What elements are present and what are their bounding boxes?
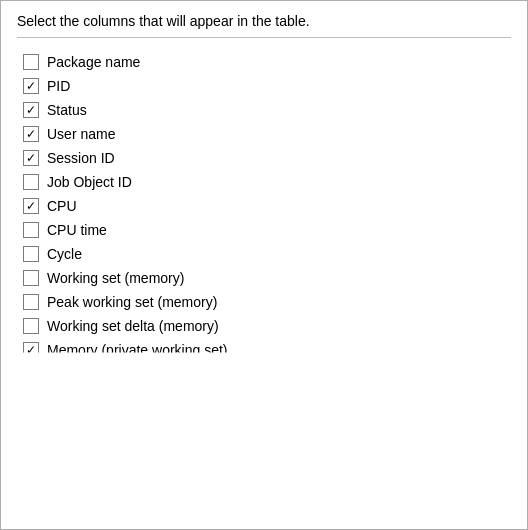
checkbox-label: CPU time <box>47 222 107 238</box>
checkmark-icon: ✓ <box>26 200 36 212</box>
checkbox-item[interactable]: Cycle <box>17 242 511 266</box>
checkbox-label: Memory (private working set) <box>47 342 228 358</box>
checkbox-box[interactable] <box>23 54 39 70</box>
checkbox-item[interactable]: ✓Session ID <box>17 146 511 170</box>
checkbox-box[interactable] <box>23 174 39 190</box>
checkbox-box[interactable] <box>23 318 39 334</box>
checkbox-label: Job Object ID <box>47 174 132 190</box>
checkmark-icon: ✓ <box>26 104 36 116</box>
checkbox-item[interactable]: ✓Memory (private working set) <box>17 338 511 362</box>
checkbox-box[interactable] <box>23 270 39 286</box>
checkbox-item[interactable]: Working set (memory) <box>17 266 511 290</box>
checkbox-label: Working set delta (memory) <box>47 318 219 334</box>
checkbox-list: Package name✓PID✓Status✓User name✓Sessio… <box>17 50 511 362</box>
checkbox-item[interactable]: Job Object ID <box>17 170 511 194</box>
checkbox-label: Cycle <box>47 246 82 262</box>
checkbox-box[interactable]: ✓ <box>23 342 39 358</box>
checkbox-box[interactable]: ✓ <box>23 78 39 94</box>
checkmark-icon: ✓ <box>26 128 36 140</box>
checkbox-item[interactable]: ✓CPU <box>17 194 511 218</box>
checkbox-item[interactable]: ✓Status <box>17 98 511 122</box>
checkbox-label: Package name <box>47 54 140 70</box>
checkbox-box[interactable]: ✓ <box>23 150 39 166</box>
checkbox-box[interactable] <box>23 246 39 262</box>
checkbox-label: Session ID <box>47 150 115 166</box>
checkbox-item[interactable]: Package name <box>17 50 511 74</box>
checkmark-icon: ✓ <box>26 80 36 92</box>
checkbox-box[interactable] <box>23 294 39 310</box>
checkbox-box[interactable]: ✓ <box>23 126 39 142</box>
checkmark-icon: ✓ <box>26 152 36 164</box>
checkbox-item[interactable]: CPU time <box>17 218 511 242</box>
checkbox-label: Working set (memory) <box>47 270 184 286</box>
checkbox-label: CPU <box>47 198 77 214</box>
checkmark-icon: ✓ <box>26 344 36 356</box>
column-selector-dialog: Select the columns that will appear in t… <box>0 0 528 530</box>
checkbox-box[interactable] <box>23 222 39 238</box>
description-text: Select the columns that will appear in t… <box>17 13 511 38</box>
checkbox-label: Peak working set (memory) <box>47 294 217 310</box>
checkbox-item[interactable]: ✓PID <box>17 74 511 98</box>
checkbox-item[interactable]: ✓User name <box>17 122 511 146</box>
checkbox-box[interactable]: ✓ <box>23 102 39 118</box>
checkbox-item[interactable]: Working set delta (memory) <box>17 314 511 338</box>
checkbox-box[interactable]: ✓ <box>23 198 39 214</box>
checkbox-label: User name <box>47 126 115 142</box>
checkbox-label: Status <box>47 102 87 118</box>
checkbox-item[interactable]: Peak working set (memory) <box>17 290 511 314</box>
checkbox-label: PID <box>47 78 70 94</box>
